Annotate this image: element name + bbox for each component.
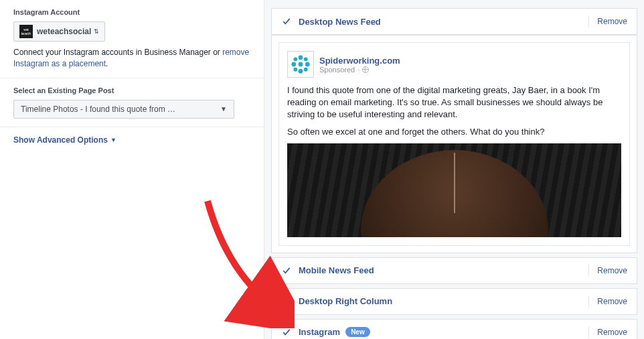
check-icon [281, 296, 292, 307]
divider [588, 265, 589, 277]
remove-placement-link[interactable]: Remove [597, 328, 627, 337]
placement-title: Desktop Right Column [299, 296, 580, 306]
left-config-panel: Instagram Account weteach weteachsocial … [0, 0, 264, 339]
svg-point-3 [291, 62, 296, 67]
remove-placement-link[interactable]: Remove [597, 266, 627, 275]
post-image [287, 143, 621, 237]
page-avatar [287, 51, 314, 78]
remove-placement-link[interactable]: Remove [597, 17, 627, 26]
divider [588, 15, 589, 27]
new-badge: New [345, 327, 370, 337]
globe-icon [362, 66, 369, 73]
post-body: I found this quote from one of the digit… [287, 84, 621, 138]
check-icon [281, 16, 292, 27]
svg-point-0 [299, 62, 303, 67]
remove-placement-link[interactable]: Remove [597, 297, 627, 306]
placement-title: Desktop News Feed [299, 17, 580, 27]
chevron-down-icon: ▼ [110, 137, 116, 143]
page-post-dropdown[interactable]: Timeline Photos - I found this quote fro… [13, 100, 234, 119]
placement-desktop-feed[interactable]: Desktop News Feed Remove [271, 8, 637, 35]
svg-point-6 [304, 57, 308, 61]
page-name-link[interactable]: Spiderworking.com [319, 56, 400, 66]
chevron-down-icon: ▼ [220, 105, 227, 113]
page-post-dropdown-value: Timeline Photos - I found this quote fro… [21, 105, 175, 114]
placement-right-column[interactable]: Desktop Right Column Remove [271, 288, 637, 315]
svg-point-4 [305, 62, 310, 67]
placement-mobile-feed[interactable]: Mobile News Feed Remove [271, 257, 637, 284]
account-thumb: weteach [19, 25, 33, 38]
instagram-account-selector[interactable]: weteach weteachsocial ⇅ [13, 21, 105, 42]
check-icon [281, 327, 292, 338]
select-post-label: Select an Existing Page Post [13, 86, 250, 94]
instagram-account-label: Instagram Account [13, 8, 250, 16]
svg-point-2 [299, 69, 303, 74]
placement-title: Mobile News Feed [299, 265, 580, 275]
placement-instagram[interactable]: Instagram New Remove [271, 319, 637, 339]
svg-point-8 [304, 68, 308, 72]
account-name: weteachsocial [37, 27, 91, 36]
divider [588, 326, 589, 338]
updown-icon: ⇅ [94, 28, 99, 35]
placement-title: Instagram New [299, 327, 580, 337]
divider [588, 295, 589, 308]
preview-panel: Desktop News Feed Remove [264, 0, 644, 339]
svg-point-1 [299, 55, 303, 60]
connect-hint: Connect your Instagram accounts in Busin… [13, 47, 250, 70]
check-icon [281, 265, 292, 276]
svg-point-7 [293, 68, 297, 72]
svg-point-5 [293, 57, 297, 61]
ad-preview-card: Spiderworking.com Sponsored · I found th… [271, 35, 637, 253]
sponsored-label: Sponsored · [319, 66, 400, 74]
advanced-options-toggle[interactable]: Show Advanced Options ▼ [13, 135, 250, 145]
